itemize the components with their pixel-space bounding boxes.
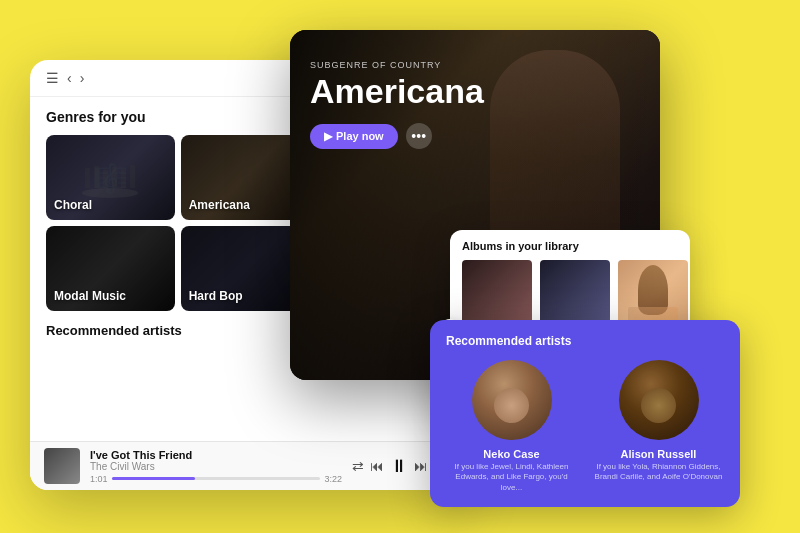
alison-avatar xyxy=(619,360,699,440)
genre-card-modal[interactable]: Modal Music xyxy=(46,226,175,311)
shuffle-icon[interactable]: ⇄ xyxy=(352,458,364,474)
neko-desc: If you like Jewel, Lindi, Kathleen Edwar… xyxy=(446,462,577,493)
artists-card: Recommended artists Neko Case If you lik… xyxy=(430,320,740,507)
modal-label: Modal Music xyxy=(54,289,126,303)
artist-alison[interactable]: Alison Russell If you like Yola, Rhianno… xyxy=(593,360,724,493)
forward-arrow-icon[interactable]: › xyxy=(80,70,85,86)
svg-rect-3 xyxy=(103,170,108,188)
more-options-button[interactable]: ••• xyxy=(406,123,432,149)
prev-icon[interactable]: ⏮ xyxy=(370,458,384,474)
player-thumbnail xyxy=(44,448,80,484)
back-arrow-icon[interactable]: ‹ xyxy=(67,70,72,86)
play-now-button[interactable]: ▶ Play now xyxy=(310,124,398,149)
alison-name: Alison Russell xyxy=(621,448,697,460)
player-bar: I've Got This Friend The Civil Wars 1:01… xyxy=(30,441,460,490)
americana-text: SUBGENRE OF COUNTRY Americana ▶ Play now… xyxy=(310,60,484,149)
player-track: I've Got This Friend xyxy=(90,449,342,461)
hardbop-label: Hard Bop xyxy=(189,289,243,303)
play-pause-icon[interactable]: ⏸ xyxy=(390,456,408,477)
americana-actions: ▶ Play now ••• xyxy=(310,123,484,149)
artists-card-title: Recommended artists xyxy=(446,334,724,348)
neko-avatar xyxy=(472,360,552,440)
progress-elapsed: 1:01 xyxy=(90,474,108,484)
americana-subgenre: SUBGENRE OF COUNTRY xyxy=(310,60,484,70)
play-now-label: Play now xyxy=(336,130,384,142)
progress-total: 3:22 xyxy=(324,474,342,484)
neko-name: Neko Case xyxy=(483,448,539,460)
albums-panel-title: Albums in your library xyxy=(462,240,678,252)
progress-bar[interactable] xyxy=(112,477,321,480)
alison-desc: If you like Yola, Rhiannon Giddens, Bran… xyxy=(593,462,724,483)
next-icon[interactable]: ⏭ xyxy=(414,458,428,474)
progress-fill xyxy=(112,477,196,480)
svg-rect-4 xyxy=(112,167,117,188)
svg-rect-5 xyxy=(121,169,126,188)
americana-title: Americana xyxy=(310,72,484,111)
americana-label: Americana xyxy=(189,198,250,212)
artists-row: Neko Case If you like Jewel, Lindi, Kath… xyxy=(446,360,724,493)
svg-rect-2 xyxy=(94,166,99,188)
player-artist: The Civil Wars xyxy=(90,461,342,472)
svg-rect-1 xyxy=(85,168,90,188)
choral-label: Choral xyxy=(54,198,92,212)
svg-rect-6 xyxy=(130,165,135,188)
genre-card-choral[interactable]: Choral xyxy=(46,135,175,220)
player-progress: 1:01 3:22 xyxy=(90,474,342,484)
hamburger-icon[interactable]: ☰ xyxy=(46,70,59,86)
svg-point-0 xyxy=(82,188,138,198)
artist-neko[interactable]: Neko Case If you like Jewel, Lindi, Kath… xyxy=(446,360,577,493)
play-icon: ▶ xyxy=(324,130,332,143)
player-info: I've Got This Friend The Civil Wars 1:01… xyxy=(90,449,342,484)
